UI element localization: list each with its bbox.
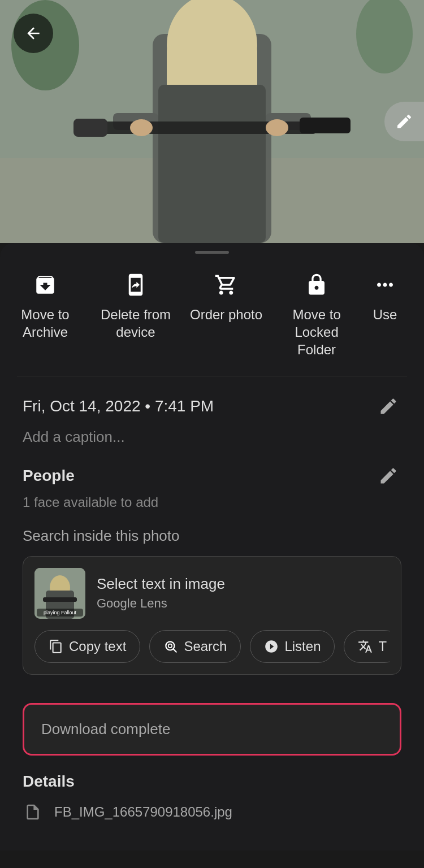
photo-area <box>0 0 424 243</box>
edit-date-button[interactable] <box>375 393 401 419</box>
svg-rect-8 <box>158 85 266 243</box>
actions-row: Move toArchive Delete fromdevice Order p… <box>0 259 424 376</box>
action-order-label: Order photo <box>190 306 262 323</box>
date-row: Fri, Oct 14, 2022 • 7:41 PM <box>23 393 401 419</box>
lock-icon <box>302 271 331 299</box>
svg-rect-12 <box>73 119 107 137</box>
cart-icon <box>212 271 240 299</box>
people-section: People 1 face available to add <box>0 463 424 527</box>
thumbnail-caption: playing Fallout <box>37 609 83 617</box>
info-section: Fri, Oct 14, 2022 • 7:41 PM Add a captio… <box>0 376 424 463</box>
action-delete-label: Delete fromdevice <box>101 306 171 341</box>
lens-card-title: Select text in image <box>97 575 390 593</box>
lens-thumbnail: playing Fallout <box>34 568 85 619</box>
search-label: Search <box>184 639 227 654</box>
bottom-sheet: Move toArchive Delete fromdevice Order p… <box>0 243 424 850</box>
listen-label: Listen <box>284 639 321 654</box>
svg-rect-19 <box>43 597 77 602</box>
svg-point-14 <box>130 119 153 136</box>
search-button[interactable]: Search <box>149 630 241 663</box>
lens-card-header: playing Fallout Select text in image Goo… <box>34 568 390 619</box>
google-lens-card[interactable]: playing Fallout Select text in image Goo… <box>23 556 401 675</box>
filename-text: FB_IMG_1665790918056.jpg <box>54 804 232 820</box>
search-section: Search inside this photo playing Fallout… <box>0 527 424 692</box>
details-row: FB_IMG_1665790918056.jpg <box>23 802 401 822</box>
action-move-archive[interactable]: Move toArchive <box>0 265 90 346</box>
svg-point-21 <box>168 644 172 648</box>
details-section: Details FB_IMG_1665790918056.jpg <box>0 767 424 828</box>
file-icon <box>23 802 43 822</box>
people-subtitle: 1 face available to add <box>23 494 158 510</box>
svg-point-20 <box>166 641 175 650</box>
caption-placeholder[interactable]: Add a caption... <box>23 428 125 445</box>
translate-label: T <box>378 639 387 654</box>
photo-background <box>0 0 424 243</box>
listen-button[interactable]: Listen <box>250 630 335 663</box>
download-text: Download complete <box>41 721 170 737</box>
action-use[interactable]: Use <box>362 265 408 329</box>
action-locked-label: Move toLockedFolder <box>292 306 340 359</box>
svg-rect-13 <box>300 118 351 133</box>
use-icon <box>371 271 399 299</box>
action-use-label: Use <box>373 306 397 323</box>
edit-people-button[interactable] <box>375 463 401 489</box>
translate-button[interactable]: T <box>344 630 390 663</box>
action-delete-device[interactable]: Delete fromdevice <box>90 265 181 346</box>
lens-card-subtitle: Google Lens <box>97 596 390 611</box>
back-button[interactable] <box>14 14 53 53</box>
copy-text-label: Copy text <box>69 639 126 654</box>
delete-device-icon <box>122 271 150 299</box>
lens-buttons: Copy text Search Listen T <box>34 630 390 663</box>
photo-edit-button[interactable] <box>384 102 424 141</box>
drag-handle-bar <box>195 251 229 254</box>
archive-icon <box>31 271 59 299</box>
people-header: People <box>23 463 401 489</box>
details-title: Details <box>23 772 401 791</box>
action-move-locked[interactable]: Move toLockedFolder <box>271 265 362 364</box>
search-inside-title: Search inside this photo <box>23 527 401 545</box>
download-complete-banner: Download complete <box>23 703 401 756</box>
drag-handle[interactable] <box>0 243 424 259</box>
action-order-photo[interactable]: Order photo <box>181 265 271 329</box>
svg-point-15 <box>266 119 288 136</box>
people-title: People <box>23 467 75 485</box>
date-text: Fri, Oct 14, 2022 • 7:41 PM <box>23 397 214 415</box>
lens-card-info: Select text in image Google Lens <box>97 575 390 611</box>
copy-text-button[interactable]: Copy text <box>34 630 140 663</box>
action-archive-label: Move toArchive <box>21 306 69 341</box>
